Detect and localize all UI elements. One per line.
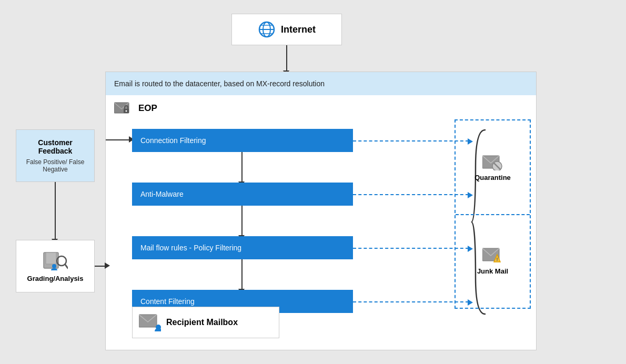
eop-envelope-icon bbox=[114, 100, 134, 116]
arrow-line-3 bbox=[241, 259, 243, 290]
quarantine-label: Quarantine bbox=[474, 174, 511, 181]
svg-text:!: ! bbox=[496, 257, 498, 262]
grading-analysis-label: Grading/Analysis bbox=[27, 275, 84, 282]
internet-label: Internet bbox=[281, 24, 316, 35]
mx-record-bar: Email is routed to the datacenter, based… bbox=[106, 72, 536, 95]
internet-down-arrow-line bbox=[286, 45, 287, 72]
arrow-line-2 bbox=[241, 206, 243, 236]
policy-filtering-box: Mail flow rules - Policy Filtering bbox=[132, 236, 353, 259]
grading-eop-arrow-head bbox=[105, 262, 110, 269]
junk-mail-label: Junk Mail bbox=[477, 267, 508, 275]
globe-icon bbox=[258, 21, 276, 38]
connection-filtering-box: Connection Filtering bbox=[132, 129, 353, 152]
eop-text: EOP bbox=[138, 103, 157, 114]
quarantine-section: Quarantine bbox=[456, 120, 530, 214]
customer-grading-arrow-line bbox=[55, 182, 56, 240]
anti-malware-box: Anti-Malware bbox=[132, 183, 353, 206]
entry-arrow-line bbox=[106, 139, 132, 140]
eop-container: Email is routed to the datacenter, based… bbox=[105, 72, 537, 350]
side-box: Quarantine ! Junk Mail bbox=[455, 119, 531, 309]
junk-envelope-icon: ! bbox=[482, 247, 503, 264]
eop-label: EOP bbox=[114, 100, 157, 116]
dashed-arrow-1 bbox=[353, 140, 469, 141]
grading-analysis-box: Grading/Analysis bbox=[16, 240, 95, 292]
dashed-arrow-3 bbox=[353, 248, 469, 249]
customer-feedback-box: Customer Feedback False Positive/ False … bbox=[16, 129, 95, 182]
svg-point-7 bbox=[126, 110, 127, 112]
anti-malware-label: Anti-Malware bbox=[140, 190, 184, 198]
svg-rect-17 bbox=[46, 252, 56, 264]
svg-point-18 bbox=[52, 264, 56, 268]
arrow-line-1 bbox=[241, 152, 243, 183]
mx-record-text: Email is routed to the datacenter, based… bbox=[114, 79, 325, 88]
customer-feedback-title: Customer Feedback bbox=[21, 138, 90, 155]
junk-mail-section: ! Junk Mail bbox=[456, 214, 530, 308]
internet-box: Internet bbox=[231, 14, 342, 45]
recipient-mailbox-box: Recipient Mailbox bbox=[132, 307, 279, 338]
dashed-arrow-2 bbox=[353, 194, 469, 195]
quarantine-envelope-icon bbox=[482, 154, 503, 170]
svg-line-20 bbox=[65, 265, 68, 268]
policy-filtering-label: Mail flow rules - Policy Filtering bbox=[140, 244, 241, 252]
recipient-envelope-icon bbox=[139, 314, 161, 331]
recipient-mailbox-label: Recipient Mailbox bbox=[166, 318, 238, 327]
content-filtering-label: Content Filtering bbox=[140, 297, 195, 306]
customer-feedback-subtitle: False Positive/ False Negative bbox=[21, 158, 90, 173]
connection-filtering-label: Connection Filtering bbox=[140, 136, 206, 145]
diagram-container: Internet Email is routed to the datacent… bbox=[11, 8, 615, 356]
grading-icon bbox=[43, 250, 68, 270]
dashed-arrow-4 bbox=[353, 301, 469, 302]
